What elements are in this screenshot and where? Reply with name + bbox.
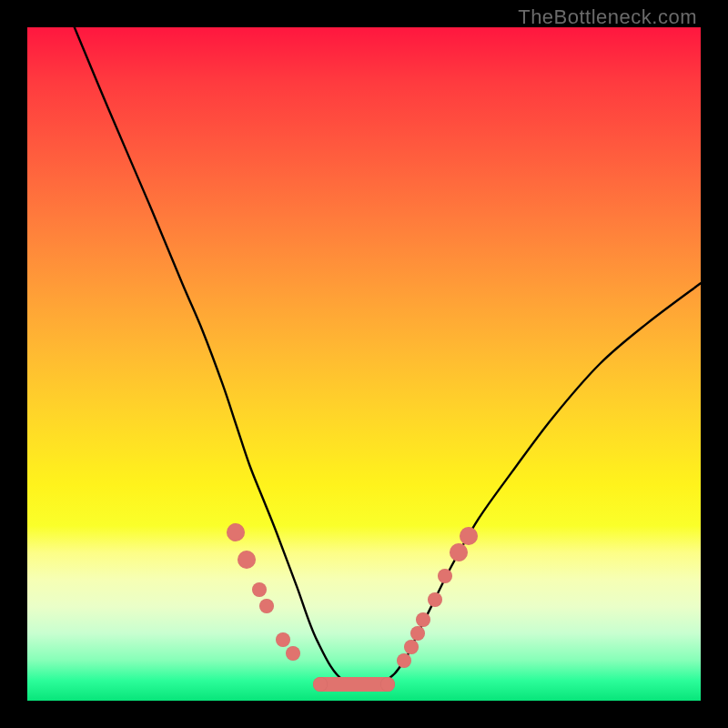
data-marker <box>380 677 395 692</box>
plot-area <box>27 27 701 701</box>
curve-line <box>27 27 701 701</box>
data-marker <box>428 592 442 607</box>
data-marker <box>259 599 274 613</box>
chart-frame: TheBottleneck.com <box>0 0 728 728</box>
data-marker <box>397 653 411 668</box>
data-marker <box>313 677 328 692</box>
data-marker <box>450 543 468 561</box>
data-marker <box>404 640 419 654</box>
data-marker <box>438 569 452 583</box>
data-marker <box>238 551 256 569</box>
watermark-text: TheBottleneck.com <box>518 5 697 29</box>
data-marker <box>460 527 478 545</box>
